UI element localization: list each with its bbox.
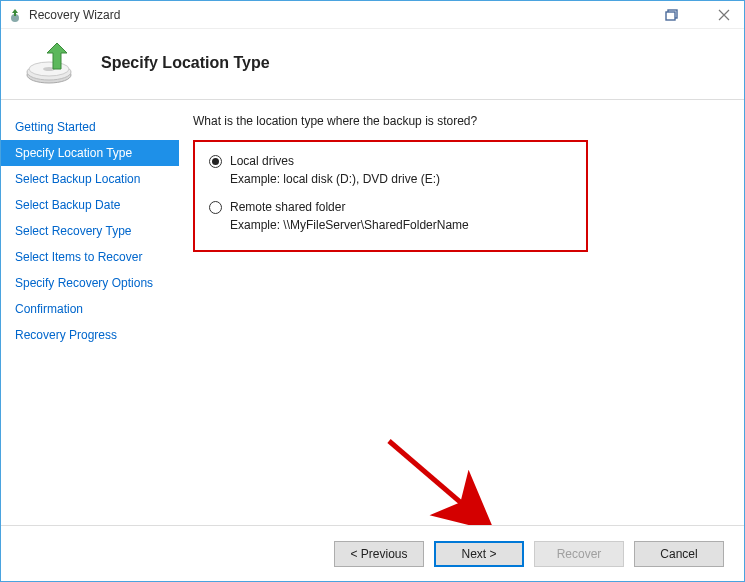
radio-remote-shared-folder-label: Remote shared folder [230, 200, 345, 214]
next-button[interactable]: Next > [434, 541, 524, 567]
step-specify-location-type[interactable]: Specify Location Type [1, 140, 179, 166]
titlebar: Recovery Wizard [1, 1, 744, 29]
options-highlight-box: Local drives Example: local disk (D:), D… [193, 140, 588, 252]
step-confirmation[interactable]: Confirmation [1, 296, 179, 322]
window-title: Recovery Wizard [29, 8, 120, 22]
previous-button[interactable]: < Previous [334, 541, 424, 567]
radio-button-icon [209, 201, 222, 214]
radio-remote-shared-folder[interactable]: Remote shared folder [209, 200, 572, 214]
wizard-body: Getting Started Specify Location Type Se… [1, 100, 744, 525]
radio-button-icon [209, 155, 222, 168]
page-title: Specify Location Type [101, 54, 270, 72]
wizard-header: Specify Location Type [1, 29, 744, 100]
radio-local-drives-example: Example: local disk (D:), DVD drive (E:) [230, 172, 572, 186]
radio-remote-shared-folder-example: Example: \\MyFileServer\SharedFolderName [230, 218, 572, 232]
step-select-backup-date[interactable]: Select Backup Date [1, 192, 179, 218]
wizard-footer: < Previous Next > Recover Cancel [1, 525, 744, 581]
close-icon[interactable] [710, 5, 738, 25]
restore-icon[interactable] [658, 5, 686, 25]
svg-rect-2 [666, 12, 675, 20]
step-select-items-to-recover[interactable]: Select Items to Recover [1, 244, 179, 270]
wizard-steps-sidebar: Getting Started Specify Location Type Se… [1, 100, 179, 525]
recover-button: Recover [534, 541, 624, 567]
prompt-text: What is the location type where the back… [193, 114, 724, 128]
radio-local-drives[interactable]: Local drives [209, 154, 572, 168]
radio-local-drives-label: Local drives [230, 154, 294, 168]
step-getting-started[interactable]: Getting Started [1, 114, 179, 140]
step-select-recovery-type[interactable]: Select Recovery Type [1, 218, 179, 244]
app-icon [7, 7, 23, 23]
cancel-button[interactable]: Cancel [634, 541, 724, 567]
step-recovery-progress[interactable]: Recovery Progress [1, 322, 179, 348]
wizard-main: What is the location type where the back… [179, 100, 744, 525]
recovery-icon [23, 41, 83, 85]
step-specify-recovery-options[interactable]: Specify Recovery Options [1, 270, 179, 296]
step-select-backup-location[interactable]: Select Backup Location [1, 166, 179, 192]
